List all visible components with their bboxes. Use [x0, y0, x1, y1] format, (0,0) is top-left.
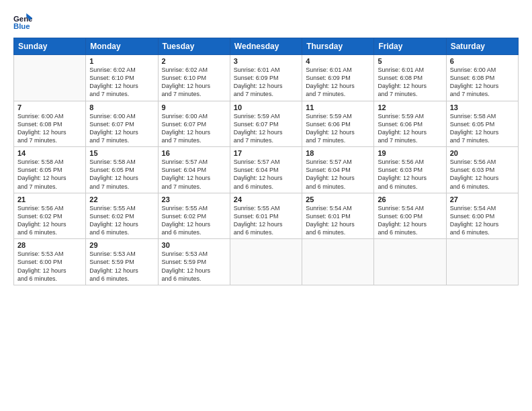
day-number: 14 [17, 149, 82, 157]
page: General Blue SundayMondayTuesdayWednesda… [0, 0, 532, 411]
day-number: 28 [17, 241, 82, 249]
weekday-header: Tuesday [158, 38, 230, 55]
logo: General Blue [13, 12, 35, 31]
calendar-cell [446, 239, 518, 285]
day-number: 27 [450, 195, 515, 203]
day-info: Sunrise: 6:00 AM Sunset: 6:07 PM Dayligh… [162, 112, 226, 145]
day-info: Sunrise: 5:55 AM Sunset: 6:02 PM Dayligh… [89, 204, 154, 237]
day-number: 25 [306, 195, 370, 203]
day-number: 26 [378, 195, 442, 203]
calendar-cell: 22Sunrise: 5:55 AM Sunset: 6:02 PM Dayli… [86, 193, 158, 239]
day-info: Sunrise: 5:54 AM Sunset: 6:00 PM Dayligh… [378, 204, 442, 237]
day-number: 8 [89, 103, 154, 111]
calendar-cell: 2Sunrise: 6:02 AM Sunset: 6:10 PM Daylig… [158, 55, 230, 101]
day-info: Sunrise: 6:01 AM Sunset: 6:09 PM Dayligh… [306, 66, 370, 99]
weekday-header: Monday [86, 38, 158, 55]
calendar-cell: 11Sunrise: 5:59 AM Sunset: 6:06 PM Dayli… [302, 101, 374, 147]
svg-text:Blue: Blue [13, 22, 30, 30]
weekday-header: Thursday [302, 38, 374, 55]
day-number: 29 [89, 241, 154, 249]
day-number: 7 [17, 103, 82, 111]
day-number: 16 [162, 149, 226, 157]
calendar-cell: 8Sunrise: 6:00 AM Sunset: 6:07 PM Daylig… [86, 101, 158, 147]
day-number: 10 [234, 103, 298, 111]
day-number: 24 [234, 195, 298, 203]
day-number: 18 [306, 149, 370, 157]
calendar-cell [14, 55, 86, 101]
calendar-cell: 10Sunrise: 5:59 AM Sunset: 6:07 PM Dayli… [230, 101, 302, 147]
calendar-cell: 25Sunrise: 5:54 AM Sunset: 6:01 PM Dayli… [302, 193, 374, 239]
calendar-week-row: 28Sunrise: 5:53 AM Sunset: 6:00 PM Dayli… [14, 239, 519, 285]
day-info: Sunrise: 5:58 AM Sunset: 6:05 PM Dayligh… [450, 112, 515, 145]
calendar-cell: 20Sunrise: 5:56 AM Sunset: 6:03 PM Dayli… [446, 147, 518, 193]
calendar-week-row: 14Sunrise: 5:58 AM Sunset: 6:05 PM Dayli… [14, 147, 519, 193]
day-info: Sunrise: 5:53 AM Sunset: 6:00 PM Dayligh… [17, 250, 82, 283]
day-info: Sunrise: 6:01 AM Sunset: 6:08 PM Dayligh… [378, 66, 442, 99]
day-info: Sunrise: 6:02 AM Sunset: 6:10 PM Dayligh… [89, 66, 154, 99]
calendar-cell: 7Sunrise: 6:00 AM Sunset: 6:08 PM Daylig… [14, 101, 86, 147]
weekday-header: Saturday [446, 38, 518, 55]
day-number: 30 [162, 241, 226, 249]
day-info: Sunrise: 5:54 AM Sunset: 6:00 PM Dayligh… [450, 204, 515, 237]
calendar-cell: 12Sunrise: 5:59 AM Sunset: 6:06 PM Dayli… [374, 101, 446, 147]
calendar-cell: 13Sunrise: 5:58 AM Sunset: 6:05 PM Dayli… [446, 101, 518, 147]
day-number: 3 [234, 57, 298, 65]
day-number: 13 [450, 103, 515, 111]
calendar-cell: 16Sunrise: 5:57 AM Sunset: 6:04 PM Dayli… [158, 147, 230, 193]
calendar-cell: 28Sunrise: 5:53 AM Sunset: 6:00 PM Dayli… [14, 239, 86, 285]
day-number: 20 [450, 149, 515, 157]
day-info: Sunrise: 5:56 AM Sunset: 6:02 PM Dayligh… [17, 204, 82, 237]
day-info: Sunrise: 5:56 AM Sunset: 6:03 PM Dayligh… [378, 158, 442, 191]
day-info: Sunrise: 5:55 AM Sunset: 6:02 PM Dayligh… [162, 204, 226, 237]
day-number: 11 [306, 103, 370, 111]
calendar-cell: 30Sunrise: 5:53 AM Sunset: 5:59 PM Dayli… [158, 239, 230, 285]
calendar-cell: 6Sunrise: 6:00 AM Sunset: 6:08 PM Daylig… [446, 55, 518, 101]
day-info: Sunrise: 5:55 AM Sunset: 6:01 PM Dayligh… [234, 204, 298, 237]
day-info: Sunrise: 5:57 AM Sunset: 6:04 PM Dayligh… [162, 158, 226, 191]
day-info: Sunrise: 6:00 AM Sunset: 6:07 PM Dayligh… [89, 112, 154, 145]
calendar-cell [374, 239, 446, 285]
weekday-header: Friday [374, 38, 446, 55]
day-info: Sunrise: 5:53 AM Sunset: 5:59 PM Dayligh… [89, 250, 154, 283]
calendar-week-row: 1Sunrise: 6:02 AM Sunset: 6:10 PM Daylig… [14, 55, 519, 101]
weekday-header: Sunday [14, 38, 86, 55]
calendar-cell: 3Sunrise: 6:01 AM Sunset: 6:09 PM Daylig… [230, 55, 302, 101]
day-number: 5 [378, 57, 442, 65]
day-info: Sunrise: 5:57 AM Sunset: 6:04 PM Dayligh… [234, 158, 298, 191]
calendar-cell: 15Sunrise: 5:58 AM Sunset: 6:05 PM Dayli… [86, 147, 158, 193]
day-info: Sunrise: 5:56 AM Sunset: 6:03 PM Dayligh… [450, 158, 515, 191]
day-number: 1 [89, 57, 154, 65]
day-number: 23 [162, 195, 226, 203]
calendar-cell: 4Sunrise: 6:01 AM Sunset: 6:09 PM Daylig… [302, 55, 374, 101]
day-info: Sunrise: 5:58 AM Sunset: 6:05 PM Dayligh… [89, 158, 154, 191]
day-info: Sunrise: 5:59 AM Sunset: 6:07 PM Dayligh… [234, 112, 298, 145]
day-info: Sunrise: 6:00 AM Sunset: 6:08 PM Dayligh… [17, 112, 82, 145]
calendar-week-row: 7Sunrise: 6:00 AM Sunset: 6:08 PM Daylig… [14, 101, 519, 147]
calendar-cell: 29Sunrise: 5:53 AM Sunset: 5:59 PM Dayli… [86, 239, 158, 285]
calendar-cell: 5Sunrise: 6:01 AM Sunset: 6:08 PM Daylig… [374, 55, 446, 101]
logo-icon: General Blue [13, 12, 32, 31]
day-info: Sunrise: 5:53 AM Sunset: 5:59 PM Dayligh… [162, 250, 226, 283]
day-number: 21 [17, 195, 82, 203]
calendar-cell: 24Sunrise: 5:55 AM Sunset: 6:01 PM Dayli… [230, 193, 302, 239]
day-info: Sunrise: 5:57 AM Sunset: 6:04 PM Dayligh… [306, 158, 370, 191]
day-info: Sunrise: 5:59 AM Sunset: 6:06 PM Dayligh… [306, 112, 370, 145]
calendar-header-row: SundayMondayTuesdayWednesdayThursdayFrid… [14, 38, 519, 55]
calendar-cell: 1Sunrise: 6:02 AM Sunset: 6:10 PM Daylig… [86, 55, 158, 101]
calendar-cell: 9Sunrise: 6:00 AM Sunset: 6:07 PM Daylig… [158, 101, 230, 147]
day-number: 9 [162, 103, 226, 111]
calendar-cell: 19Sunrise: 5:56 AM Sunset: 6:03 PM Dayli… [374, 147, 446, 193]
day-info: Sunrise: 5:54 AM Sunset: 6:01 PM Dayligh… [306, 204, 370, 237]
weekday-header: Wednesday [230, 38, 302, 55]
calendar-cell: 27Sunrise: 5:54 AM Sunset: 6:00 PM Dayli… [446, 193, 518, 239]
day-info: Sunrise: 6:00 AM Sunset: 6:08 PM Dayligh… [450, 66, 515, 99]
day-info: Sunrise: 5:58 AM Sunset: 6:05 PM Dayligh… [17, 158, 82, 191]
day-info: Sunrise: 5:59 AM Sunset: 6:06 PM Dayligh… [378, 112, 442, 145]
calendar-cell: 21Sunrise: 5:56 AM Sunset: 6:02 PM Dayli… [14, 193, 86, 239]
calendar-cell: 17Sunrise: 5:57 AM Sunset: 6:04 PM Dayli… [230, 147, 302, 193]
day-number: 12 [378, 103, 442, 111]
day-number: 4 [306, 57, 370, 65]
calendar-cell [230, 239, 302, 285]
calendar-cell [302, 239, 374, 285]
calendar-cell: 26Sunrise: 5:54 AM Sunset: 6:00 PM Dayli… [374, 193, 446, 239]
